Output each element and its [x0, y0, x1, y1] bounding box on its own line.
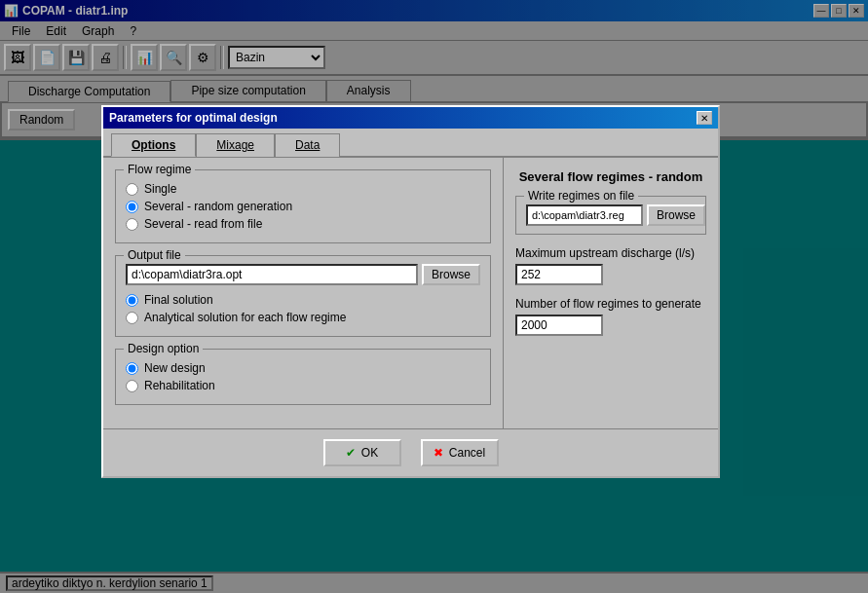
radio-analytical[interactable] [126, 312, 138, 324]
regimes-browse-button[interactable]: Browse [647, 204, 705, 226]
radio-analytical-row: Analytical solution for each flow regime [126, 311, 480, 324]
radio-single-label[interactable]: Single [144, 182, 176, 196]
write-regimes-row: Browse [526, 204, 696, 226]
flow-regime-legend: Flow regime [124, 163, 195, 176]
dialog-titlebar: Parameters for optimal design ✕ [103, 107, 718, 129]
radio-analytical-label[interactable]: Analytical solution for each flow regime [144, 311, 346, 324]
radio-newdesign-label[interactable]: New design [144, 361, 206, 375]
cancel-label: Cancel [449, 446, 485, 460]
radio-newdesign[interactable] [126, 362, 138, 375]
radio-random[interactable] [126, 201, 138, 213]
radio-single-row: Single [126, 182, 480, 196]
dialog-tab-options[interactable]: Options [111, 133, 196, 157]
radio-rehab-label[interactable]: Rehabilitation [144, 379, 215, 392]
ok-label: OK [361, 446, 378, 460]
radio-final[interactable] [126, 294, 138, 307]
write-regimes-group: Write regimes on file Browse [515, 196, 706, 235]
radio-file[interactable] [126, 218, 138, 231]
dialog-tab-data[interactable]: Data [275, 133, 340, 157]
dialog-body: Flow regime Single Several - random gene… [103, 158, 718, 428]
num-regimes-input[interactable] [515, 315, 603, 336]
max-discharge-input[interactable] [515, 264, 603, 285]
regimes-file-input[interactable] [526, 204, 643, 226]
output-file-legend: Output file [124, 248, 185, 262]
output-file-row: Browse [126, 264, 480, 285]
radio-final-label[interactable]: Final solution [144, 293, 213, 307]
dialog-tabs: Options Mixage Data [103, 129, 718, 158]
radio-file-label[interactable]: Several - read from file [144, 217, 262, 231]
design-option-group: Design option New design Rehabilitation [115, 349, 491, 405]
dialog-title: Parameters for optimal design [109, 111, 278, 125]
dialog-footer: ✔ OK ✖ Cancel [103, 428, 718, 476]
ok-icon: ✔ [346, 446, 356, 460]
radio-single[interactable] [126, 183, 138, 196]
cancel-icon: ✖ [434, 446, 443, 460]
cancel-button[interactable]: ✖ Cancel [421, 439, 499, 466]
num-regimes-label: Number of flow regimes to generate [515, 297, 706, 311]
output-browse-button[interactable]: Browse [422, 264, 480, 285]
dialog-right-panel: Several flow regimes - random Write regi… [504, 158, 718, 428]
write-regimes-legend: Write regimes on file [524, 189, 638, 203]
max-discharge-section: Maximum upstream discharge (l/s) [515, 246, 706, 285]
radio-newdesign-row: New design [126, 361, 480, 375]
radio-final-row: Final solution [126, 293, 480, 307]
radio-random-row: Several - random generation [126, 200, 480, 213]
output-file-input[interactable] [126, 264, 418, 285]
radio-random-label[interactable]: Several - random generation [144, 200, 292, 213]
dialog-tab-mixage[interactable]: Mixage [196, 133, 275, 157]
dialog-optimal-design: Parameters for optimal design ✕ Options … [101, 105, 720, 478]
radio-rehab-row: Rehabilitation [126, 379, 480, 392]
dialog-left-panel: Flow regime Single Several - random gene… [103, 158, 504, 428]
output-file-group: Output file Browse Final solution Analyt… [115, 255, 491, 337]
design-option-legend: Design option [124, 342, 203, 355]
dialog-close-button[interactable]: ✕ [697, 111, 712, 125]
right-panel-title: Several flow regimes - random [515, 169, 706, 184]
num-regimes-section: Number of flow regimes to generate [515, 297, 706, 336]
max-discharge-label: Maximum upstream discharge (l/s) [515, 246, 706, 260]
radio-rehab[interactable] [126, 380, 138, 392]
ok-button[interactable]: ✔ OK [323, 439, 401, 466]
radio-file-row: Several - read from file [126, 217, 480, 231]
flow-regime-group: Flow regime Single Several - random gene… [115, 169, 491, 243]
